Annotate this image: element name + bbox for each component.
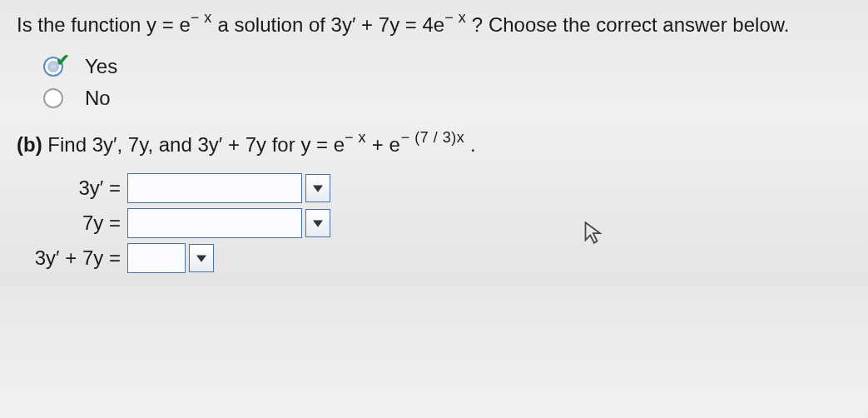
option-yes[interactable]: ✔ Yes [43,55,851,78]
input-7y[interactable] [127,208,302,238]
dropdown-sum[interactable] [189,244,214,272]
input-sum[interactable] [127,243,186,273]
option-no[interactable]: No [43,87,851,110]
input-3yprime[interactable] [127,173,302,203]
answer-row-3yprime: 3y′ = [17,173,851,203]
label-sum: 3y′ + 7y = [17,246,121,270]
option-no-label: No [85,87,111,110]
question-text: Is the function y = e− x a solution of 3… [17,10,851,40]
svg-marker-1 [313,220,323,226]
option-yes-label: Yes [85,55,117,78]
part-b-label: (b) [17,133,42,156]
svg-marker-0 [313,185,323,192]
chevron-down-icon [313,218,323,228]
part-b-expression: y = e− x + e− (7 / 3)x [300,133,470,156]
q-mid: a solution of [217,13,330,36]
part-b-text: (b) Find 3y′, 7y, and 3y′ + 7y for y = e… [17,133,851,157]
q-prefix: Is the function [17,13,146,36]
dropdown-7y[interactable] [305,209,330,237]
options-group: ✔ Yes No [43,55,851,110]
chevron-down-icon [313,183,323,193]
answers-block: 3y′ = 7y = 3y′ + 7y = [17,173,851,273]
radio-no[interactable] [43,88,63,108]
answer-row-sum: 3y′ + 7y = [17,243,851,273]
svg-marker-2 [196,255,206,261]
label-3yprime: 3y′ = [17,177,121,200]
part-b-instruction: Find 3y′, 7y, and 3y′ + 7y for [47,133,300,156]
dropdown-3yprime[interactable] [305,174,330,202]
q-suffix: ? Choose the correct answer below. [472,13,790,36]
answer-row-7y: 7y = [17,208,851,238]
label-7y: 7y = [17,211,121,235]
chevron-down-icon [196,253,206,263]
check-icon: ✔ [56,50,70,70]
q-function: y = e− x [146,13,217,36]
q-equation: 3y′ + 7y = 4e− x [331,13,472,36]
radio-yes[interactable]: ✔ [43,57,63,77]
